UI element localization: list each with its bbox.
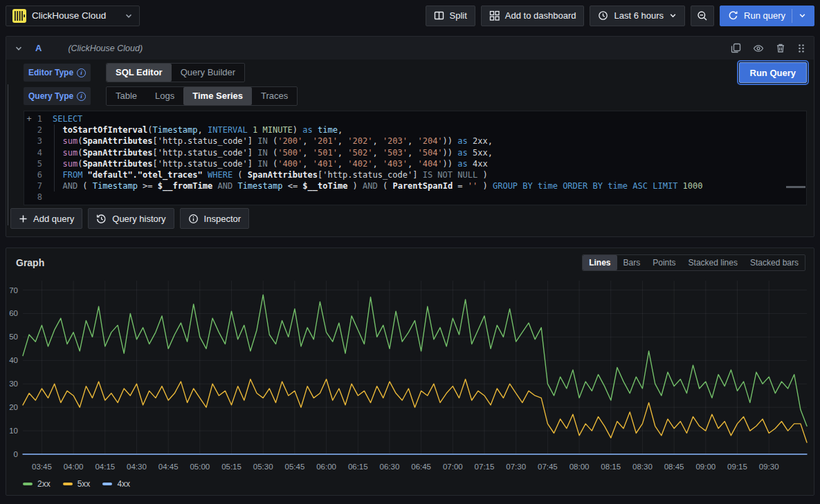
time-series-chart[interactable]: 03:4504:0004:1504:3004:4505:0005:1505:30…: [6, 273, 812, 476]
zoom-out-button[interactable]: [691, 6, 714, 26]
chart-legend: 2xx5xx4xx: [23, 479, 814, 489]
x-tick-label: 09:30: [759, 463, 779, 471]
editor-type-chip: Editor Type i: [24, 64, 91, 82]
query-history-label: Query history: [112, 214, 165, 224]
line-number: 3: [33, 136, 42, 147]
graph-mode-points[interactable]: Points: [646, 255, 682, 270]
legend-swatch: [63, 483, 73, 485]
query-type-option-traces[interactable]: Traces: [252, 87, 297, 105]
query-type-row: Query Type i TableLogsTime SeriesTraces: [24, 86, 807, 106]
query-type-option-table[interactable]: Table: [107, 87, 146, 105]
x-tick-label: 07:45: [538, 463, 558, 471]
gutter-spacer: [25, 192, 33, 203]
query-row-guide-line: [8, 84, 8, 225]
info-icon[interactable]: i: [77, 68, 86, 77]
query-type-group: TableLogsTime SeriesTraces: [106, 86, 298, 106]
chevron-down-icon: [669, 12, 677, 19]
code-line: 2 toStartOfInterval(Timestamp, INTERVAL …: [24, 124, 806, 136]
add-to-dashboard-label: Add to dashboard: [505, 10, 576, 21]
code-line: +1SELECT: [24, 113, 806, 124]
chevron-down-icon[interactable]: [799, 12, 806, 19]
info-icon[interactable]: i: [77, 92, 86, 101]
page: { "topbar": { "datasource_picker": { "na…: [0, 0, 820, 504]
run-query-panel-button[interactable]: Run Query: [739, 62, 807, 83]
plus-icon: [19, 214, 28, 223]
editor-type-group: SQL EditorQuery Builder: [106, 63, 245, 82]
code-line: 8: [24, 192, 806, 203]
info-circle-icon: [188, 214, 199, 224]
code-line: 6 FROM "default"."otel_traces" WHERE ( S…: [24, 169, 806, 180]
eye-icon[interactable]: [753, 43, 764, 54]
gutter-spacer: [25, 124, 33, 136]
gutter-spacer: [25, 169, 33, 180]
query-datasource-hint: (ClickHouse Cloud): [68, 44, 143, 53]
legend-item-5xx[interactable]: 5xx: [63, 479, 91, 489]
query-type-option-time-series[interactable]: Time Series: [183, 87, 252, 105]
time-range-picker[interactable]: Last 6 hours: [590, 6, 685, 26]
editor-type-option-query-builder[interactable]: Query Builder: [172, 64, 244, 82]
inspector-label: Inspector: [204, 214, 241, 224]
legend-item-2xx[interactable]: 2xx: [23, 479, 51, 489]
inspector-button[interactable]: Inspector: [180, 208, 249, 229]
run-query-button[interactable]: Run query: [720, 6, 814, 26]
editor-type-option-sql-editor[interactable]: SQL Editor: [107, 64, 172, 82]
zoom-out-icon: [697, 10, 708, 21]
query-actions-row: Add query Query history Inspector: [10, 208, 249, 229]
x-tick-label: 06:45: [411, 463, 431, 471]
duplicate-icon[interactable]: [731, 43, 741, 53]
button-divider: [792, 9, 792, 23]
line-number: 4: [33, 147, 42, 158]
graph-mode-lines[interactable]: Lines: [583, 255, 617, 270]
x-tick-label: 07:30: [506, 463, 526, 471]
x-tick-label: 09:15: [727, 463, 747, 471]
add-query-button[interactable]: Add query: [10, 208, 82, 229]
graph-panel: Graph LinesBarsPointsStacked linesStacke…: [6, 248, 814, 496]
clock-icon: [598, 10, 608, 21]
legend-swatch: [23, 483, 33, 485]
legend-swatch: [102, 483, 112, 485]
x-tick-label: 04:00: [64, 463, 84, 471]
gutter-spacer: [25, 136, 33, 147]
scrollbar-thumb[interactable]: [786, 186, 805, 188]
x-tick-label: 07:00: [443, 463, 463, 471]
x-tick-label: 06:30: [380, 463, 400, 471]
x-tick-label: 05:15: [221, 463, 242, 471]
series-line-5xx: [23, 380, 807, 443]
line-number: 7: [33, 180, 42, 192]
sql-code-editor[interactable]: +1SELECT2 toStartOfInterval(Timestamp, I…: [24, 111, 807, 205]
code-line: 3 sum(SpanAttributes['http.status_code']…: [24, 136, 806, 147]
datasource-picker[interactable]: ClickHouse Cloud: [6, 6, 140, 26]
add-to-dashboard-button[interactable]: Add to dashboard: [481, 6, 585, 26]
query-type-option-logs[interactable]: Logs: [146, 87, 183, 105]
y-tick-label: 20: [9, 403, 18, 411]
graph-mode-stacked-bars[interactable]: Stacked bars: [744, 255, 805, 270]
time-range-label: Last 6 hours: [614, 10, 664, 21]
collapse-chevron-icon[interactable]: [15, 44, 23, 53]
query-row-actions: [731, 43, 805, 54]
query-row-header[interactable]: A (ClickHouse Cloud): [6, 37, 814, 59]
apps-icon: [489, 10, 500, 21]
legend-label: 4xx: [117, 479, 130, 489]
split-icon: [434, 10, 444, 21]
editor-type-label: Editor Type: [28, 68, 73, 77]
x-tick-label: 04:15: [95, 463, 115, 471]
indent-guide: [54, 124, 55, 192]
query-type-chip: Query Type i: [24, 87, 91, 105]
chevron-down-icon: [125, 12, 133, 20]
add-line-icon[interactable]: +: [25, 113, 33, 124]
x-tick-label: 08:15: [601, 463, 621, 471]
graph-mode-bars[interactable]: Bars: [617, 255, 647, 270]
trash-icon[interactable]: [776, 43, 785, 53]
line-number: 6: [33, 169, 42, 180]
editor-type-row: Editor Type i SQL EditorQuery Builder: [24, 63, 807, 82]
gutter-spacer: [25, 147, 33, 158]
drag-handle-icon[interactable]: [797, 44, 805, 53]
split-label: Split: [450, 10, 467, 21]
graph-mode-stacked-lines[interactable]: Stacked lines: [682, 255, 744, 270]
line-number: 1: [33, 113, 42, 124]
query-history-button[interactable]: Query history: [88, 208, 174, 229]
gutter-spacer: [25, 158, 33, 169]
legend-item-4xx[interactable]: 4xx: [102, 479, 130, 489]
split-button[interactable]: Split: [426, 6, 475, 26]
y-tick-label: 60: [9, 309, 18, 317]
